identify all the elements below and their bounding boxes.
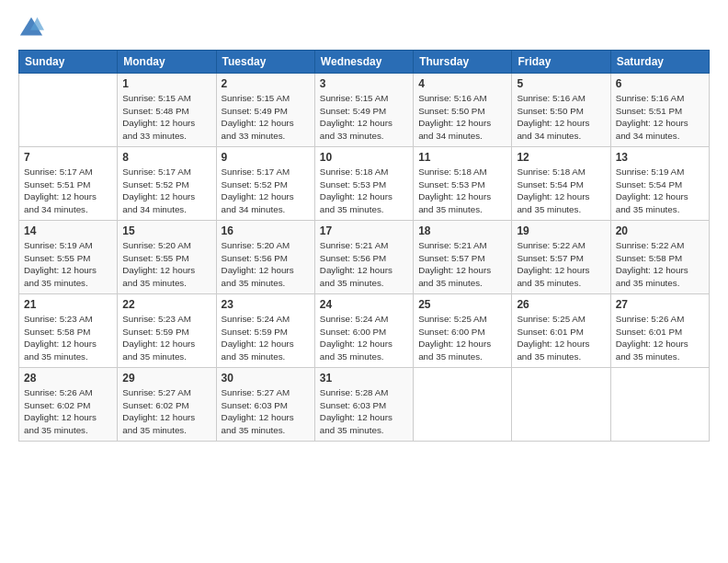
- calendar-cell: [414, 368, 512, 442]
- day-number: 8: [122, 151, 210, 164]
- calendar-week-row: 28Sunrise: 5:26 AM Sunset: 6:02 PM Dayli…: [19, 368, 710, 442]
- calendar-cell: 29Sunrise: 5:27 AM Sunset: 6:02 PM Dayli…: [118, 368, 216, 442]
- calendar-cell: 6Sunrise: 5:16 AM Sunset: 5:51 PM Daylig…: [610, 74, 709, 147]
- calendar-cell: [19, 74, 118, 147]
- day-number: 26: [517, 298, 605, 311]
- calendar-cell: 30Sunrise: 5:27 AM Sunset: 6:03 PM Dayli…: [216, 368, 314, 442]
- calendar-cell: 14Sunrise: 5:19 AM Sunset: 5:55 PM Dayli…: [19, 221, 118, 294]
- logo: [18, 15, 48, 40]
- day-number: 10: [320, 151, 408, 164]
- calendar-header-cell: Monday: [118, 51, 216, 74]
- calendar-body: 1Sunrise: 5:15 AM Sunset: 5:48 PM Daylig…: [19, 74, 710, 442]
- calendar-cell: 9Sunrise: 5:17 AM Sunset: 5:52 PM Daylig…: [216, 147, 314, 221]
- header: [18, 15, 710, 40]
- day-info: Sunrise: 5:27 AM Sunset: 6:02 PM Dayligh…: [122, 386, 210, 437]
- day-info: Sunrise: 5:18 AM Sunset: 5:54 PM Dayligh…: [517, 166, 605, 216]
- day-info: Sunrise: 5:15 AM Sunset: 5:49 PM Dayligh…: [320, 92, 408, 143]
- day-info: Sunrise: 5:18 AM Sunset: 5:53 PM Dayligh…: [320, 166, 408, 216]
- calendar-cell: 20Sunrise: 5:22 AM Sunset: 5:58 PM Dayli…: [610, 221, 709, 294]
- day-info: Sunrise: 5:19 AM Sunset: 5:55 PM Dayligh…: [24, 239, 112, 290]
- calendar-table: SundayMondayTuesdayWednesdayThursdayFrid…: [18, 50, 710, 442]
- day-number: 3: [320, 77, 408, 90]
- day-number: 4: [418, 77, 506, 90]
- day-number: 17: [320, 224, 408, 237]
- day-number: 16: [222, 224, 310, 237]
- calendar-header-row: SundayMondayTuesdayWednesdayThursdayFrid…: [19, 51, 710, 74]
- day-info: Sunrise: 5:18 AM Sunset: 5:53 PM Dayligh…: [418, 166, 506, 216]
- calendar-cell: 24Sunrise: 5:24 AM Sunset: 6:00 PM Dayli…: [314, 294, 413, 368]
- day-info: Sunrise: 5:26 AM Sunset: 6:02 PM Dayligh…: [24, 386, 112, 437]
- calendar-cell: 2Sunrise: 5:15 AM Sunset: 5:49 PM Daylig…: [216, 74, 314, 147]
- day-number: 6: [616, 77, 704, 90]
- day-number: 19: [517, 224, 605, 237]
- day-number: 14: [24, 224, 112, 237]
- calendar-cell: [512, 368, 610, 442]
- day-number: 15: [122, 224, 210, 237]
- day-number: 23: [222, 298, 310, 311]
- day-info: Sunrise: 5:20 AM Sunset: 5:55 PM Dayligh…: [122, 239, 210, 290]
- calendar-cell: 27Sunrise: 5:26 AM Sunset: 6:01 PM Dayli…: [610, 294, 709, 368]
- calendar-cell: 25Sunrise: 5:25 AM Sunset: 6:00 PM Dayli…: [414, 294, 512, 368]
- day-number: 11: [418, 151, 506, 164]
- day-info: Sunrise: 5:15 AM Sunset: 5:49 PM Dayligh…: [222, 92, 310, 143]
- day-number: 31: [320, 372, 408, 385]
- day-info: Sunrise: 5:17 AM Sunset: 5:51 PM Dayligh…: [24, 166, 112, 216]
- calendar-cell: 17Sunrise: 5:21 AM Sunset: 5:56 PM Dayli…: [314, 221, 413, 294]
- day-number: 28: [24, 372, 112, 385]
- day-number: 30: [222, 372, 310, 385]
- day-info: Sunrise: 5:22 AM Sunset: 5:58 PM Dayligh…: [616, 239, 704, 290]
- day-info: Sunrise: 5:16 AM Sunset: 5:50 PM Dayligh…: [418, 92, 506, 143]
- day-info: Sunrise: 5:27 AM Sunset: 6:03 PM Dayligh…: [222, 386, 310, 437]
- calendar-header-cell: Friday: [512, 51, 610, 74]
- day-info: Sunrise: 5:25 AM Sunset: 6:01 PM Dayligh…: [517, 313, 605, 363]
- day-info: Sunrise: 5:24 AM Sunset: 6:00 PM Dayligh…: [320, 313, 408, 363]
- day-info: Sunrise: 5:26 AM Sunset: 6:01 PM Dayligh…: [616, 313, 704, 363]
- day-number: 7: [24, 151, 112, 164]
- day-number: 20: [616, 224, 704, 237]
- day-info: Sunrise: 5:16 AM Sunset: 5:50 PM Dayligh…: [517, 92, 605, 143]
- day-info: Sunrise: 5:15 AM Sunset: 5:48 PM Dayligh…: [122, 92, 210, 143]
- calendar-header-cell: Sunday: [19, 51, 118, 74]
- calendar-week-row: 1Sunrise: 5:15 AM Sunset: 5:48 PM Daylig…: [19, 74, 710, 147]
- calendar-cell: 11Sunrise: 5:18 AM Sunset: 5:53 PM Dayli…: [414, 147, 512, 221]
- logo-icon: [18, 15, 44, 40]
- calendar-header-cell: Wednesday: [314, 51, 413, 74]
- day-number: 13: [616, 151, 704, 164]
- calendar-week-row: 7Sunrise: 5:17 AM Sunset: 5:51 PM Daylig…: [19, 147, 710, 221]
- calendar-cell: 15Sunrise: 5:20 AM Sunset: 5:55 PM Dayli…: [118, 221, 216, 294]
- day-number: 9: [222, 151, 310, 164]
- calendar-cell: 8Sunrise: 5:17 AM Sunset: 5:52 PM Daylig…: [118, 147, 216, 221]
- calendar-week-row: 14Sunrise: 5:19 AM Sunset: 5:55 PM Dayli…: [19, 221, 710, 294]
- calendar-header-cell: Saturday: [610, 51, 709, 74]
- day-number: 12: [517, 151, 605, 164]
- calendar-cell: 31Sunrise: 5:28 AM Sunset: 6:03 PM Dayli…: [314, 368, 413, 442]
- day-info: Sunrise: 5:23 AM Sunset: 5:59 PM Dayligh…: [122, 313, 210, 363]
- calendar-cell: 7Sunrise: 5:17 AM Sunset: 5:51 PM Daylig…: [19, 147, 118, 221]
- day-info: Sunrise: 5:17 AM Sunset: 5:52 PM Dayligh…: [122, 166, 210, 216]
- calendar-cell: 13Sunrise: 5:19 AM Sunset: 5:54 PM Dayli…: [610, 147, 709, 221]
- day-number: 2: [222, 77, 310, 90]
- calendar-cell: 12Sunrise: 5:18 AM Sunset: 5:54 PM Dayli…: [512, 147, 610, 221]
- day-number: 22: [122, 298, 210, 311]
- day-info: Sunrise: 5:16 AM Sunset: 5:51 PM Dayligh…: [616, 92, 704, 143]
- day-number: 25: [418, 298, 506, 311]
- calendar-header-cell: Tuesday: [216, 51, 314, 74]
- calendar-cell: 5Sunrise: 5:16 AM Sunset: 5:50 PM Daylig…: [512, 74, 610, 147]
- calendar-cell: 4Sunrise: 5:16 AM Sunset: 5:50 PM Daylig…: [414, 74, 512, 147]
- day-info: Sunrise: 5:20 AM Sunset: 5:56 PM Dayligh…: [222, 239, 310, 290]
- day-info: Sunrise: 5:19 AM Sunset: 5:54 PM Dayligh…: [616, 166, 704, 216]
- day-number: 27: [616, 298, 704, 311]
- calendar-cell: 26Sunrise: 5:25 AM Sunset: 6:01 PM Dayli…: [512, 294, 610, 368]
- calendar-cell: 28Sunrise: 5:26 AM Sunset: 6:02 PM Dayli…: [19, 368, 118, 442]
- day-info: Sunrise: 5:21 AM Sunset: 5:57 PM Dayligh…: [418, 239, 506, 290]
- calendar-cell: 16Sunrise: 5:20 AM Sunset: 5:56 PM Dayli…: [216, 221, 314, 294]
- day-info: Sunrise: 5:17 AM Sunset: 5:52 PM Dayligh…: [222, 166, 310, 216]
- day-info: Sunrise: 5:28 AM Sunset: 6:03 PM Dayligh…: [320, 386, 408, 437]
- calendar-cell: [610, 368, 709, 442]
- day-number: 5: [517, 77, 605, 90]
- calendar-cell: 1Sunrise: 5:15 AM Sunset: 5:48 PM Daylig…: [118, 74, 216, 147]
- day-info: Sunrise: 5:24 AM Sunset: 5:59 PM Dayligh…: [222, 313, 310, 363]
- day-info: Sunrise: 5:25 AM Sunset: 6:00 PM Dayligh…: [418, 313, 506, 363]
- day-number: 29: [122, 372, 210, 385]
- day-number: 1: [122, 77, 210, 90]
